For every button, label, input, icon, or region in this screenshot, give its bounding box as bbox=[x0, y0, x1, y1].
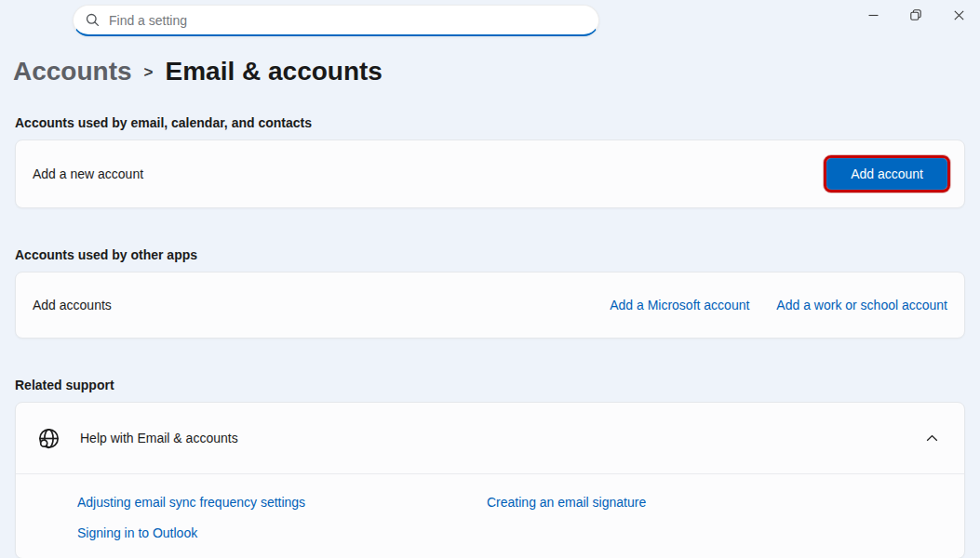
email-accounts-card: Add a new account Add account bbox=[15, 140, 965, 208]
breadcrumb-separator-icon: > bbox=[144, 54, 154, 88]
support-link-signing-in-outlook[interactable]: Signing in to Outlook bbox=[77, 525, 487, 541]
collapse-button[interactable] bbox=[916, 422, 947, 454]
related-support-header: Related support bbox=[15, 378, 965, 392]
breadcrumb: Accounts > Email & accounts bbox=[13, 54, 980, 88]
search-box[interactable] bbox=[73, 5, 599, 36]
add-work-school-account-link[interactable]: Add a work or school account bbox=[776, 298, 947, 312]
minimize-button[interactable] bbox=[852, 0, 894, 30]
titlebar bbox=[0, 0, 980, 41]
add-microsoft-account-link[interactable]: Add a Microsoft account bbox=[610, 298, 749, 312]
related-support-card: Help with Email & accounts Adjusting ema… bbox=[15, 402, 965, 558]
chevron-up-icon bbox=[926, 434, 938, 443]
add-new-account-label: Add a new account bbox=[33, 166, 826, 181]
support-link-email-signature[interactable]: Creating an email signature bbox=[487, 494, 947, 511]
close-icon bbox=[954, 10, 964, 20]
minimize-icon bbox=[868, 10, 879, 20]
help-row-label: Help with Email & accounts bbox=[80, 431, 916, 445]
search-input[interactable] bbox=[109, 13, 586, 28]
support-links: Adjusting email sync frequency settings … bbox=[16, 474, 964, 558]
add-account-button[interactable]: Add account bbox=[826, 158, 947, 190]
window-controls bbox=[852, 0, 980, 30]
email-section-header: Accounts used by email, calendar, and co… bbox=[15, 115, 965, 130]
search-icon bbox=[86, 13, 100, 27]
other-apps-card: Add accounts Add a Microsoft account Add… bbox=[15, 272, 965, 339]
restore-icon bbox=[910, 9, 921, 20]
restore-button[interactable] bbox=[894, 0, 937, 30]
breadcrumb-accounts[interactable]: Accounts bbox=[13, 56, 132, 87]
globe-search-icon bbox=[36, 426, 61, 451]
page-title: Email & accounts bbox=[166, 56, 383, 87]
add-accounts-label: Add accounts bbox=[33, 298, 610, 312]
close-button[interactable] bbox=[937, 0, 980, 30]
other-apps-section-header: Accounts used by other apps bbox=[15, 247, 965, 262]
support-link-sync-frequency[interactable]: Adjusting email sync frequency settings bbox=[77, 494, 487, 511]
help-row[interactable]: Help with Email & accounts bbox=[16, 403, 964, 473]
